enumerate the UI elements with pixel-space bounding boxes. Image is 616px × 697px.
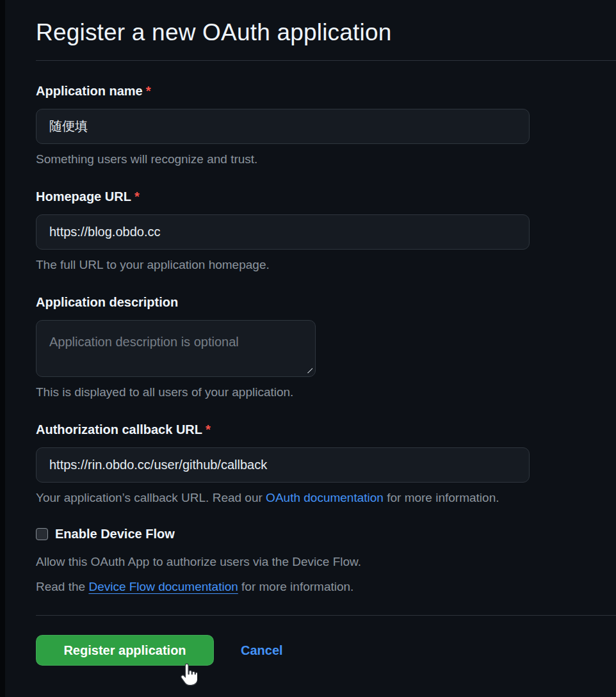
title-divider [36, 60, 616, 61]
callback-url-input[interactable] [36, 447, 530, 483]
application-description-label: Application description [36, 295, 616, 310]
callback-url-label-text: Authorization callback URL [36, 422, 202, 437]
device-flow-documentation-link[interactable]: Device Flow documentation [88, 580, 238, 593]
device-flow-description: Allow this OAuth App to authorize users … [36, 555, 616, 569]
application-description-wrap [36, 320, 316, 377]
homepage-url-label-text: Homepage URL [36, 189, 131, 204]
register-application-button[interactable]: Register application [36, 635, 214, 666]
field-application-description: Application description This is displaye… [36, 295, 616, 399]
page-title: Register a new OAuth application [36, 19, 616, 46]
callback-helper-before: Your application’s callback URL. Read ou… [36, 491, 266, 504]
cancel-link[interactable]: Cancel [241, 643, 283, 658]
application-description-helper: This is displayed to all users of your a… [36, 385, 616, 399]
device-flow-label[interactable]: Enable Device Flow [55, 527, 175, 541]
device-flow-read-before: Read the [36, 580, 88, 593]
required-asterisk: * [206, 422, 211, 437]
application-name-label: Application name* [36, 84, 616, 99]
callback-url-helper: Your application’s callback URL. Read ou… [36, 491, 616, 505]
oauth-registration-form: Register a new OAuth application Applica… [0, 0, 616, 666]
application-name-label-text: Application name [36, 84, 143, 98]
device-flow-read-after: for more information. [238, 580, 354, 593]
application-name-input[interactable] [36, 109, 530, 144]
field-callback-url: Authorization callback URL* Your applica… [36, 422, 616, 505]
application-description-textarea[interactable] [36, 320, 316, 377]
device-flow-row: Enable Device Flow [36, 527, 616, 541]
homepage-url-label: Homepage URL* [36, 189, 616, 204]
application-description-label-text: Application description [36, 295, 178, 309]
application-name-helper: Something users will recognize and trust… [36, 152, 616, 166]
homepage-url-helper: The full URL to your application homepag… [36, 258, 616, 272]
callback-url-label: Authorization callback URL* [36, 422, 616, 437]
device-flow-read-more: Read the Device Flow documentation for m… [36, 580, 616, 594]
field-application-name: Application name* Something users will r… [36, 84, 616, 166]
field-homepage-url: Homepage URL* The full URL to your appli… [36, 189, 616, 272]
actions-divider [36, 615, 616, 616]
homepage-url-input[interactable] [36, 214, 530, 250]
form-actions: Register application Cancel [36, 635, 616, 666]
device-flow-checkbox[interactable] [36, 528, 48, 540]
required-asterisk: * [146, 84, 151, 98]
oauth-documentation-link[interactable]: OAuth documentation [266, 491, 384, 504]
required-asterisk: * [134, 189, 140, 204]
hand-pointer-cursor-icon [178, 663, 197, 689]
callback-helper-after: for more information. [384, 491, 499, 504]
